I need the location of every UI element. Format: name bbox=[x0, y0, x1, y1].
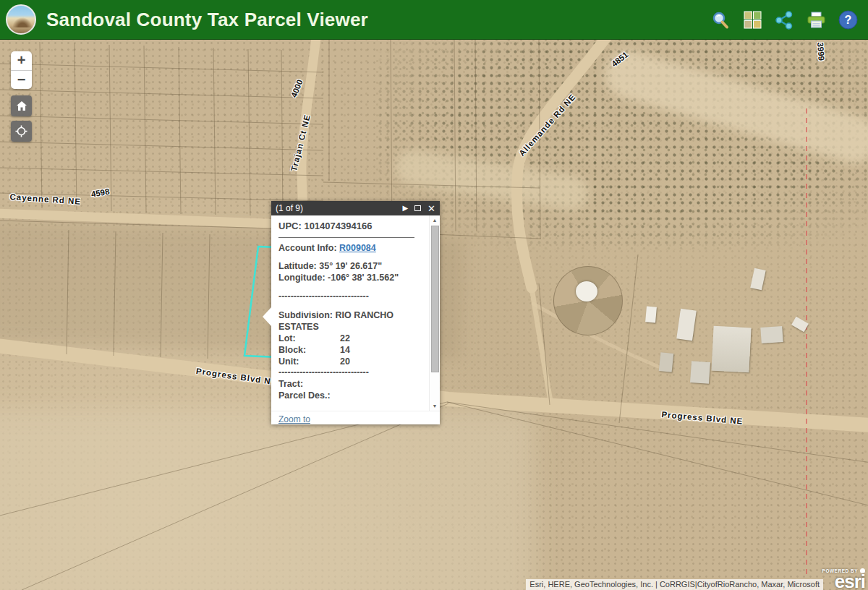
next-feature-icon[interactable]: ▶ bbox=[402, 205, 408, 212]
parcel-info-popup: (1 of 9) ▶ ✕ UPC: 1014074394166 Account … bbox=[271, 201, 440, 424]
app-header: Sandoval County Tax Parcel Viewer bbox=[0, 0, 868, 40]
unit-value: 20 bbox=[340, 356, 350, 368]
locate-icon bbox=[15, 125, 27, 137]
esri-wordmark: esri bbox=[822, 573, 865, 589]
facility-tank bbox=[576, 281, 597, 302]
header-toolbar: ? bbox=[710, 0, 858, 40]
county-seal-logo bbox=[6, 4, 36, 35]
latitude-label: Latitude: bbox=[278, 261, 317, 271]
popup-scrollbar[interactable]: ▲ ▼ bbox=[429, 215, 440, 411]
maximize-icon[interactable] bbox=[414, 205, 421, 211]
popup-content: UPC: 1014074394166 Account Info: R009084… bbox=[271, 215, 429, 411]
home-button[interactable] bbox=[11, 95, 32, 116]
upc-label: UPC: bbox=[278, 221, 302, 231]
longitude-label: Longitude: bbox=[278, 273, 326, 283]
longitude-value: -106° 38' 31.562" bbox=[328, 273, 399, 283]
popup-titlebar[interactable]: (1 of 9) ▶ ✕ bbox=[271, 201, 440, 215]
locate-button[interactable] bbox=[11, 121, 32, 142]
close-icon[interactable]: ✕ bbox=[427, 204, 435, 213]
account-info-label: Account Info: bbox=[278, 243, 337, 253]
map-canvas[interactable]: Cayenne Rd NE 4598 4000 Trajan Ct NE 485… bbox=[0, 40, 868, 590]
tract-label: Tract: bbox=[278, 379, 425, 390]
scroll-down-icon[interactable]: ▼ bbox=[430, 401, 440, 411]
subdivision-label: Subdivision: bbox=[278, 310, 333, 320]
search-icon[interactable] bbox=[710, 10, 731, 30]
basemap-gallery-icon[interactable] bbox=[742, 10, 762, 30]
building bbox=[659, 352, 674, 372]
zoom-out-button[interactable]: − bbox=[11, 71, 32, 90]
popup-pagination: (1 of 9) bbox=[276, 203, 402, 213]
scrollbar-thumb[interactable] bbox=[431, 226, 439, 372]
esri-logo: POWERED BY esri bbox=[822, 568, 865, 589]
building bbox=[760, 326, 783, 343]
popup-body: UPC: 1014074394166 Account Info: R009084… bbox=[271, 215, 440, 411]
popup-note: Please Note: Latitude and Longitude is t… bbox=[278, 409, 425, 411]
upc-value: 1014074394166 bbox=[304, 221, 372, 231]
lot-value: 22 bbox=[340, 333, 350, 345]
unit-label: Unit: bbox=[278, 356, 340, 368]
popup-pointer bbox=[263, 307, 271, 326]
app-window: Cayenne Rd NE 4598 4000 Trajan Ct NE 485… bbox=[0, 0, 868, 590]
account-link[interactable]: R009084 bbox=[339, 243, 376, 253]
circular-facility bbox=[553, 266, 623, 335]
svg-text:?: ? bbox=[844, 14, 851, 26]
block-value: 14 bbox=[340, 345, 350, 356]
building bbox=[645, 306, 657, 322]
popup-footer: Zoom to bbox=[271, 411, 440, 424]
scroll-up-icon[interactable]: ▲ bbox=[430, 215, 440, 225]
home-icon bbox=[16, 101, 27, 111]
separator-dashes: ------------------------------ bbox=[278, 291, 425, 303]
zoom-to-link[interactable]: Zoom to bbox=[278, 414, 310, 424]
parcel-des-label: Parcel Des.: bbox=[278, 390, 425, 402]
building bbox=[711, 326, 751, 373]
separator-dashes: ------------------------------ bbox=[278, 367, 425, 379]
building bbox=[690, 361, 710, 384]
map-attribution: Esri, HERE, GeoTechnologies, Inc. | CoRR… bbox=[526, 579, 823, 590]
block-label: Block: bbox=[278, 345, 340, 356]
app-title: Sandoval County Tax Parcel Viewer bbox=[46, 9, 368, 31]
share-icon[interactable] bbox=[774, 10, 794, 30]
help-icon[interactable]: ? bbox=[838, 10, 858, 30]
print-icon[interactable] bbox=[806, 10, 826, 30]
zoom-control: + − bbox=[11, 51, 32, 89]
zoom-in-button[interactable]: + bbox=[11, 51, 32, 71]
lot-label: Lot: bbox=[278, 333, 340, 345]
latitude-value: 35° 19' 26.617" bbox=[319, 261, 382, 271]
